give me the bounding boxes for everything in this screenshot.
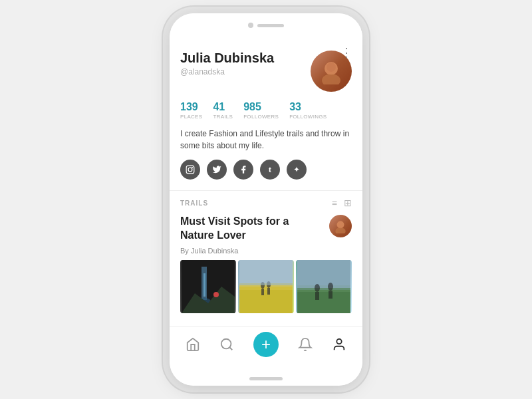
svg-rect-3 — [186, 166, 194, 174]
list-view-icon[interactable]: ≡ — [332, 198, 337, 208]
svg-point-32 — [336, 338, 341, 343]
trail-image-1[interactable] — [180, 260, 236, 313]
search-icon — [219, 337, 234, 352]
profile-name: Julia Dubinska — [180, 51, 311, 66]
phone-camera-dot — [248, 23, 253, 28]
trail-author-avatar[interactable] — [329, 215, 352, 237]
other-social-icon[interactable]: ✦ — [287, 160, 307, 180]
waterfall-svg — [182, 260, 235, 313]
nav-profile[interactable] — [332, 337, 346, 352]
svg-point-7 — [335, 227, 345, 233]
svg-point-2 — [327, 63, 336, 72]
profile-handle: @alanadska — [180, 67, 311, 76]
trails-view-toggle: ≡ ⊞ — [332, 198, 352, 208]
svg-point-30 — [221, 338, 231, 348]
svg-point-6 — [337, 221, 344, 228]
tumblr-icon[interactable]: t — [260, 160, 280, 180]
yellow-field-svg — [239, 260, 293, 313]
svg-point-26 — [315, 284, 320, 292]
people-field-svg — [297, 260, 350, 313]
profile-header: Julia Dubinska @alanadska — [180, 51, 352, 92]
trail-images-row — [180, 260, 352, 313]
stat-trails[interactable]: 41 TRAILS — [213, 101, 233, 120]
trails-section-label: TRAILS — [180, 200, 208, 207]
svg-point-1 — [322, 74, 340, 84]
bottom-nav: + — [170, 326, 362, 362]
stat-followings[interactable]: 33 FOLLOWINGS — [289, 101, 327, 120]
stats-row: 139 PLACES 41 TRAILS 985 FOLLOWERS 33 FO… — [180, 101, 352, 120]
svg-line-31 — [229, 347, 232, 350]
facebook-icon[interactable] — [233, 160, 253, 180]
trail-title-block: Must Visit Spots for a Nature Lover — [180, 215, 300, 243]
stat-places[interactable]: 139 PLACES — [180, 101, 202, 120]
phone-frame: ⋮ Julia Dubinska @alanadska — [170, 13, 362, 386]
svg-rect-21 — [239, 260, 293, 285]
nav-search[interactable] — [219, 337, 234, 352]
stat-trails-label: TRAILS — [213, 114, 233, 120]
nav-home[interactable] — [186, 337, 200, 352]
svg-rect-27 — [315, 292, 319, 300]
trail-image-2[interactable] — [238, 260, 294, 313]
avatar-svg — [318, 58, 344, 84]
svg-point-4 — [188, 168, 192, 172]
nav-notifications[interactable] — [298, 337, 313, 352]
phone-top — [170, 13, 362, 37]
profile-info: Julia Dubinska @alanadska — [180, 51, 311, 76]
stat-followings-label: FOLLOWINGS — [289, 114, 327, 120]
trail-card[interactable]: Must Visit Spots for a Nature Lover By J… — [180, 215, 352, 313]
stat-places-label: PLACES — [180, 114, 202, 120]
svg-point-13 — [213, 292, 219, 297]
trails-section: TRAILS ≡ ⊞ Must Visit Spots for a Nature… — [170, 191, 362, 313]
trail-title: Must Visit Spots for a Nature Lover — [180, 215, 300, 243]
stat-places-number: 139 — [180, 101, 198, 113]
grid-view-icon[interactable]: ⊞ — [344, 198, 352, 208]
trails-header: TRAILS ≡ ⊞ — [180, 198, 352, 208]
social-icons-row: t ✦ — [180, 160, 352, 180]
stat-followers-label: FOLLOWERS — [243, 114, 279, 120]
phone-bottom — [170, 362, 362, 386]
svg-point-28 — [328, 283, 333, 291]
phone-content: ⋮ Julia Dubinska @alanadska — [170, 37, 362, 326]
svg-point-5 — [192, 167, 193, 168]
trail-card-header: Must Visit Spots for a Nature Lover — [180, 215, 352, 243]
svg-rect-23 — [297, 290, 350, 313]
more-options-button[interactable]: ⋮ — [340, 45, 353, 60]
profile-bio: I create Fashion and Lifestyle trails an… — [180, 128, 352, 152]
stat-followings-number: 33 — [289, 101, 301, 113]
stat-followers-number: 985 — [243, 101, 261, 113]
phone-speaker — [257, 24, 284, 27]
home-icon — [186, 337, 200, 352]
user-icon — [332, 337, 346, 352]
nav-add-button[interactable]: + — [253, 332, 279, 357]
svg-rect-15 — [239, 287, 293, 313]
trail-author-name: By Julia Dubinska — [180, 247, 352, 255]
svg-rect-18 — [261, 289, 264, 295]
trail-avatar-svg — [333, 219, 348, 233]
profile-section: ⋮ Julia Dubinska @alanadska — [170, 37, 362, 180]
svg-rect-25 — [297, 260, 350, 288]
stat-trails-number: 41 — [213, 101, 225, 113]
bell-icon — [298, 337, 313, 352]
svg-rect-20 — [267, 288, 270, 295]
home-indicator — [249, 377, 283, 380]
add-icon: + — [261, 336, 271, 352]
stat-followers[interactable]: 985 FOLLOWERS — [243, 101, 279, 120]
twitter-icon[interactable] — [207, 160, 227, 180]
instagram-icon[interactable] — [180, 160, 200, 180]
svg-rect-10 — [203, 273, 205, 297]
trail-avatar-image — [329, 215, 352, 237]
svg-rect-29 — [329, 291, 332, 299]
trail-image-3[interactable] — [296, 260, 352, 313]
